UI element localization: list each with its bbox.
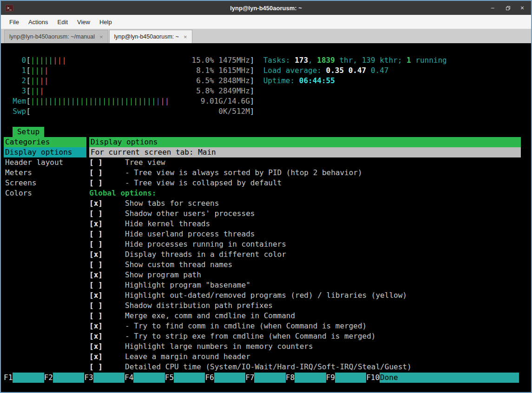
titlebar: >_ lynp@lyn-b450aorusm: ~ − ×: [1, 1, 531, 15]
checkbox[interactable]: [ ]: [89, 301, 103, 311]
options-panel-header: Display options: [89, 137, 521, 147]
checkbox[interactable]: [ ]: [89, 280, 103, 290]
checkbox[interactable]: [ ]: [89, 311, 103, 321]
category-screens[interactable]: Screens: [4, 178, 86, 188]
checkbox[interactable]: [x]: [89, 331, 103, 341]
checkbox[interactable]: [x]: [89, 219, 103, 229]
option-row[interactable]: [x]Show tabs for screens: [89, 198, 521, 209]
checkbox[interactable]: [ ]: [89, 209, 103, 219]
option-row[interactable]: [x]- Try to find comm in cmdline (when C…: [89, 321, 521, 331]
tab-close-icon[interactable]: ×: [99, 33, 103, 40]
option-row[interactable]: [x]Highlight out-dated/removed programs …: [89, 290, 521, 301]
option-row[interactable]: [ ]- Tree view is collapsed by default: [89, 178, 521, 188]
option-label: Tree view: [125, 157, 165, 168]
checkbox[interactable]: [ ]: [89, 260, 103, 270]
thr-label: thr,: [335, 56, 362, 65]
menu-view[interactable]: View: [72, 15, 95, 29]
menu-help[interactable]: Help: [95, 15, 117, 29]
menu-actions[interactable]: Actions: [24, 15, 53, 29]
checkbox[interactable]: [ ]: [89, 178, 103, 188]
option-row[interactable]: [x]- Try to strip exe from cmdline (when…: [89, 331, 521, 341]
fkey-f1[interactable]: F1: [4, 373, 13, 383]
fkey-f7[interactable]: F7: [245, 373, 254, 383]
checkbox[interactable]: [ ]: [89, 362, 103, 372]
fkey-f2[interactable]: F2: [44, 373, 53, 383]
checkbox[interactable]: [x]: [89, 270, 103, 280]
option-row[interactable]: [ ]Hide userland process threads: [89, 229, 521, 239]
fkey-f10[interactable]: F10: [366, 373, 380, 383]
option-row[interactable]: [ ]Merge exe, comm and cmdline in Comman…: [89, 311, 521, 321]
meters-column: 0[||||||||15.0% 1475MHz] 1[||||8.1% 1615…: [13, 55, 254, 117]
checkbox[interactable]: [x]: [89, 198, 103, 209]
option-row[interactable]: [x]Hide kernel threads: [89, 219, 521, 229]
checkbox[interactable]: [ ]: [89, 229, 103, 239]
option-row[interactable]: [x]Show program path: [89, 270, 521, 280]
fkey-f2-action[interactable]: [53, 373, 84, 383]
cpu-bar-kernel: |: [44, 66, 49, 75]
running-label: running: [411, 56, 447, 65]
fkey-f7-action[interactable]: [254, 373, 285, 383]
option-row[interactable]: [ ]- Tree view is always sorted by PID (…: [89, 168, 521, 178]
category-colors[interactable]: Colors: [4, 188, 86, 198]
fkey-f8-action[interactable]: [295, 373, 326, 383]
setup-title: Setup: [13, 127, 44, 137]
fkey-f3-action[interactable]: [93, 373, 125, 383]
fkey-f9-action[interactable]: [335, 373, 366, 383]
bracket: ]: [250, 86, 255, 96]
fkey-f9[interactable]: F9: [326, 373, 335, 383]
menu-file[interactable]: File: [5, 15, 24, 29]
option-row[interactable]: [x]Highlight large numbers in memory cou…: [89, 341, 521, 352]
checkbox[interactable]: [x]: [89, 321, 103, 331]
option-label: Hide processes running in containers: [125, 239, 286, 249]
cpu-meter-3: 3[|||5.8% 2849MHz]: [13, 86, 254, 96]
tab-close-icon[interactable]: ×: [184, 33, 187, 40]
option-row[interactable]: [ ]Highlight program "basename": [89, 280, 521, 290]
checkbox[interactable]: [ ]: [89, 239, 103, 249]
option-row[interactable]: [ ]Shadow other users' processes: [89, 209, 521, 219]
checkbox[interactable]: [ ]: [89, 157, 103, 168]
restore-icon[interactable]: [504, 5, 511, 11]
fkey-f1-action[interactable]: [13, 373, 44, 383]
tab-home-active[interactable]: lynp@lyn-b450aorusm: ~ ×: [109, 30, 192, 43]
option-row[interactable]: [ ]Show custom thread names: [89, 260, 521, 270]
option-label: Highlight large numbers in memory counte…: [125, 341, 313, 352]
checkbox[interactable]: [ ]: [89, 168, 103, 178]
option-row[interactable]: [x]Display threads in a different color: [89, 249, 521, 260]
option-label: Show custom thread names: [125, 260, 232, 270]
cpu-bar-kernel: |||: [53, 56, 66, 65]
checkbox[interactable]: [x]: [89, 341, 103, 352]
options-panel-subheader: For current screen tab: Main: [89, 147, 521, 157]
checkbox[interactable]: [x]: [89, 249, 103, 260]
menu-edit[interactable]: Edit: [53, 15, 72, 29]
uptime-line: Uptime: 06:44:55: [263, 76, 447, 86]
fkey-f8[interactable]: F8: [286, 373, 295, 383]
fkey-f4[interactable]: F4: [125, 373, 133, 383]
option-row[interactable]: [ ]Hide processes running in containers: [89, 239, 521, 249]
fkey-f5[interactable]: F5: [165, 373, 174, 383]
option-row[interactable]: [ ]Tree view: [89, 157, 521, 168]
fkey-f6[interactable]: F6: [205, 373, 214, 383]
category-display-options[interactable]: Display options: [4, 147, 86, 157]
terminal-screen[interactable]: 0[||||||||15.0% 1475MHz] 1[||||8.1% 1615…: [1, 43, 531, 392]
bracket: [: [26, 86, 31, 96]
category-header-layout[interactable]: Header layout: [4, 157, 86, 168]
fkey-f10-action-done[interactable]: Done: [380, 373, 519, 383]
option-row[interactable]: [x]Leave a margin around header: [89, 352, 521, 362]
minimize-icon[interactable]: −: [489, 5, 496, 11]
load-1min: 0.35: [326, 66, 344, 75]
option-row[interactable]: [ ]Shadow distribution path prefixes: [89, 301, 521, 311]
fkey-f6-action[interactable]: [214, 373, 245, 383]
checkbox[interactable]: [x]: [89, 352, 103, 362]
window-controls: − ×: [489, 5, 525, 11]
bracket: ]: [250, 55, 255, 66]
checkbox[interactable]: [x]: [89, 290, 103, 301]
fkey-f3[interactable]: F3: [84, 373, 93, 383]
option-label: Detailed CPU time (System/IO-Wait/Hard-I…: [125, 362, 412, 372]
fkey-f4-action[interactable]: [133, 373, 164, 383]
category-meters[interactable]: Meters: [4, 168, 86, 178]
fkey-f5-action[interactable]: [174, 373, 205, 383]
terminal-icon-glyph: >_: [7, 6, 12, 10]
option-row[interactable]: [ ]Detailed CPU time (System/IO-Wait/Har…: [89, 362, 521, 372]
close-icon[interactable]: ×: [519, 5, 525, 11]
tab-manual[interactable]: lynp@lyn-b450aorusm: ~/manual ×: [4, 30, 108, 43]
